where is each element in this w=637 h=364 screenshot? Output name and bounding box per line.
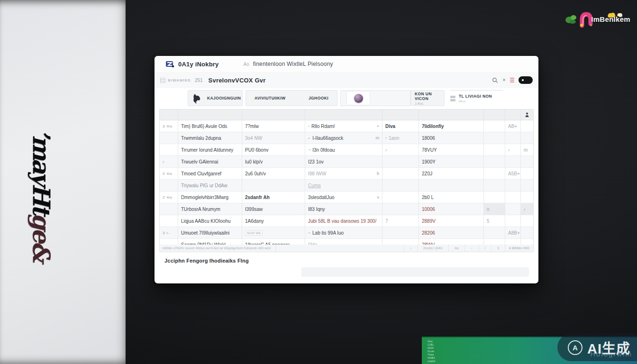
table-cell [505,203,521,215]
tab-label[interactable]: finentenloon WixtleL Pielsoony [253,61,333,67]
table-cell [382,227,419,238]
statusbar: IdSMe o7bVKr zuvvm Wstus av=il IksI wr l… [159,245,534,252]
greenbar-line: f2bN. [428,346,436,349]
table-cell: 2u6 0uh/v [242,168,305,179]
greenbar-line: 7wau [428,353,436,356]
table-cell: Cuma [305,180,382,191]
table-row[interactable]: Trwmmlalu 2dupna3o4 NW⌐I-Ilau66agsockm›1… [160,132,533,144]
table-cell: ⌐I-Ilau66agsockm [305,132,382,144]
table-cell [521,215,533,227]
toggle-pill-button[interactable] [519,76,533,84]
table-cell: 2b0 L [419,191,484,203]
footer-note: Jcciphn Fengorg Ihodieaiks Flng [164,258,249,264]
table-cell: 78VUY [419,144,484,155]
table-row[interactable]: 3 HoTim) Brul6) Avule Ods7?mlw›Rllo Rdam… [160,120,533,132]
toolbar-group-button[interactable]: AVIVIUTUIIKIW JGHOOKI [246,90,337,106]
table-cell [160,144,178,155]
list-red-icon[interactable] [510,78,514,82]
table-row[interactable]: 2 HoTmoed Cluvfganref2u6 0uh/vI98 IWWb2Z… [160,168,533,180]
greenbar-line: f43B4 [428,356,436,359]
table-cell: I23 1ov [305,156,382,167]
table-row[interactable]: Liqjua AABcu KIOIoohu1A6danyJubi 58L B v… [160,215,533,227]
table-cell: 3 i- [160,227,178,238]
table-row[interactable]: Trrumer Iorund AldunneyPU0 6bonv¬I3n 0fd… [160,144,533,156]
ai-badge-ghost-text: Hologrwim [590,350,632,358]
table-cell [521,180,533,191]
table-cell [521,156,533,167]
table-cell [242,180,305,191]
calligraphy-main: ’mayHt [27,129,55,213]
table-cell [382,168,419,179]
toolbar-service-label: KON UN VICON [415,91,444,101]
table-cell: 1900Y [419,156,484,167]
table-cell: TUrbosrA Nrumym [178,203,242,215]
greenbar-line: u3abV [428,360,436,363]
cat-icon [192,92,202,104]
table-cell [505,156,521,167]
table-cell [484,120,505,132]
toolbar-filter-button[interactable]: KAJOOIGNGUIN [188,90,243,106]
search-icon[interactable] [492,77,498,83]
tab-hint: Ao [244,62,249,67]
calligraphy-accent: ge& [27,213,55,261]
table-cell: 3slesdatlJuov [305,191,382,203]
table-cell [484,168,505,179]
table-cell: 5 [484,215,505,227]
table-row[interactable]: TUrbosrA NrumymI399sawI83 Iqny10006o‹ [160,203,533,215]
statusbar-item[interactable]: 3 [491,245,505,252]
table-cell: o [484,203,505,215]
table-cell: ›1aon [382,132,419,144]
table-cell [505,180,521,191]
toolbar-image-button[interactable]: TL LIVIAGI NON Im.u [450,90,503,106]
subheader-title: SvrelonvVCOX Gvr [209,77,266,84]
table-cell: PU0 6bonv [242,144,305,155]
toolbar-image-sub: Im.u [459,100,492,103]
toolbar-service-button[interactable]: KON UN VICON J.Ans. [410,90,445,106]
table-cell: Trrumer Iorund Aldunney [178,144,242,155]
greenbar-line: 3om [428,340,436,343]
statusbar-item[interactable]: 2mob) I (64G [417,245,448,252]
toolbar-filter-label: KAJOOIGNGUIN [207,96,241,100]
statusbar-item[interactable]: Iss [448,245,464,252]
table-cell [484,132,505,144]
table-cell [521,168,533,179]
stack-icon [450,96,455,101]
app-window: 0A1y iNokbry Ao finentenloon WixtleL Pie… [155,56,538,283]
statusbar-item[interactable]: / [478,245,491,252]
table-cell: AB+ [505,120,521,132]
toolbar-sphere-button[interactable] [340,90,410,106]
statusbar-summary: IdSMe o7bVKr zuvvm Wstus av=il IksI wr l… [163,245,276,252]
toolbar-group-label-a: AVIVIUTUIIKIW [255,96,285,100]
table-cell: 7 [382,215,419,227]
table-cell: 28206 [419,227,484,238]
toolbar-service-sub: J.Ans. [415,102,424,105]
statusbar-item[interactable]: ~ [464,245,478,252]
statusbar-item[interactable]: › [404,245,417,252]
greenbar-lines: 3omL1BLf2bN.GLde7wauf43B4u3abV [428,340,436,363]
subheader-eyebrow: BIWAMIED [168,78,191,82]
table-cell: Liqjua AABcu KIOIoohu [178,215,242,227]
table-cell [505,191,521,203]
table-cell: Dmmoglelvhbirr3Mwrg [178,191,242,203]
table-row[interactable]: 3 i-Umuoet 7I9IluiywlaailniNUM WA–Lab ti… [160,227,533,239]
person-icon[interactable] [525,112,529,117]
left-panel: ’mayHtge& [0,0,126,364]
table-cell [419,180,484,191]
table-cell [484,191,505,203]
table-cell: Umuoet 7I9Iluiywlaailni [178,227,242,238]
footer-ghost-area [301,267,529,277]
table-cell: 3o4 NW [242,132,305,144]
statusbar-total: d B5Mn 000 [505,245,533,252]
table-row[interactable]: ›Trwuelv GAlennaiIu0 klp/vI23 1ov1900Y [160,156,533,168]
table-cell [160,180,178,191]
close-icon[interactable]: × [502,77,506,83]
table-cell [382,180,419,191]
table-row[interactable]: Triywalu PIG ur DdAwCuma [160,180,533,191]
table-row[interactable]: 2 HoDmmoglelvhbirr3Mwrg2sdanfr Ah3slesda… [160,191,533,203]
table-cell [505,215,521,227]
table-cell: NUM WA [242,227,305,238]
app-logo-icon [166,61,174,68]
table-cell: Tmoed Cluvfganref [178,168,242,179]
table-cell [521,191,533,203]
toolbar: KAJOOIGNGUIN AVIVIUTUIIKIW JGHOOKI KON U… [155,88,538,109]
